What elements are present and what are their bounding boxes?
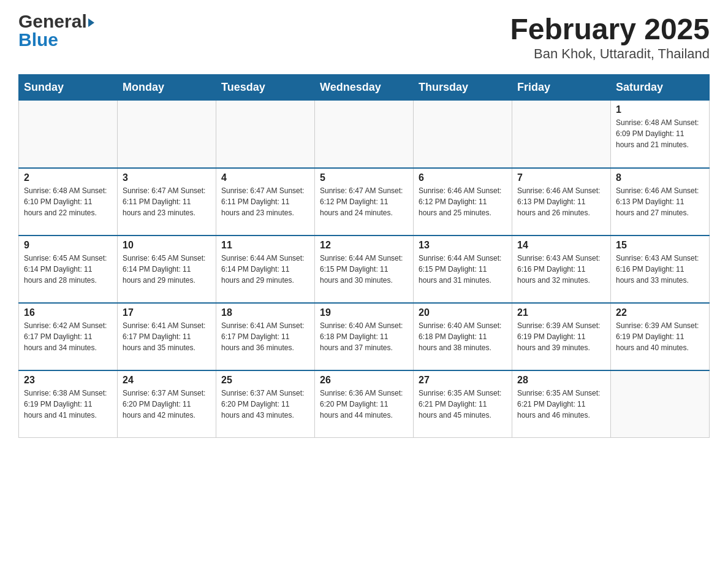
calendar-cell: 28Sunrise: 6:35 AM Sunset: 6:21 PM Dayli… — [512, 370, 611, 438]
day-info: Sunrise: 6:39 AM Sunset: 6:19 PM Dayligh… — [616, 320, 704, 353]
weekday-header-tuesday: Tuesday — [216, 75, 315, 101]
day-info: Sunrise: 6:47 AM Sunset: 6:12 PM Dayligh… — [320, 185, 408, 218]
day-number: 16 — [24, 307, 112, 318]
calendar-cell — [414, 101, 512, 168]
day-number: 27 — [419, 375, 507, 386]
day-info: Sunrise: 6:41 AM Sunset: 6:17 PM Dayligh… — [123, 320, 211, 353]
calendar-cell — [19, 101, 118, 168]
day-info: Sunrise: 6:36 AM Sunset: 6:20 PM Dayligh… — [320, 388, 408, 421]
calendar-cell: 3Sunrise: 6:47 AM Sunset: 6:11 PM Daylig… — [118, 168, 216, 236]
calendar-subtitle: Ban Khok, Uttaradit, Thailand — [510, 46, 710, 62]
day-info: Sunrise: 6:37 AM Sunset: 6:20 PM Dayligh… — [221, 388, 309, 421]
calendar-week-row: 23Sunrise: 6:38 AM Sunset: 6:19 PM Dayli… — [19, 370, 710, 438]
calendar-cell: 5Sunrise: 6:47 AM Sunset: 6:12 PM Daylig… — [315, 168, 414, 236]
day-info: Sunrise: 6:39 AM Sunset: 6:19 PM Dayligh… — [517, 320, 605, 353]
calendar-cell: 17Sunrise: 6:41 AM Sunset: 6:17 PM Dayli… — [118, 303, 216, 370]
logo-blue-text: Blue — [18, 29, 94, 50]
weekday-header-friday: Friday — [512, 75, 611, 101]
weekday-header-wednesday: Wednesday — [315, 75, 414, 101]
day-info: Sunrise: 6:48 AM Sunset: 6:10 PM Dayligh… — [24, 185, 112, 218]
day-number: 25 — [221, 375, 309, 386]
calendar-cell: 7Sunrise: 6:46 AM Sunset: 6:13 PM Daylig… — [512, 168, 611, 236]
day-info: Sunrise: 6:41 AM Sunset: 6:17 PM Dayligh… — [221, 320, 309, 353]
day-info: Sunrise: 6:40 AM Sunset: 6:18 PM Dayligh… — [320, 320, 408, 353]
calendar-title: February 2025 — [510, 12, 710, 46]
day-number: 3 — [123, 172, 211, 183]
weekday-header-monday: Monday — [118, 75, 216, 101]
calendar-cell: 19Sunrise: 6:40 AM Sunset: 6:18 PM Dayli… — [315, 303, 414, 370]
calendar-cell: 12Sunrise: 6:44 AM Sunset: 6:15 PM Dayli… — [315, 236, 414, 303]
day-info: Sunrise: 6:43 AM Sunset: 6:16 PM Dayligh… — [616, 253, 704, 286]
day-number: 10 — [123, 240, 211, 251]
calendar-week-row: 2Sunrise: 6:48 AM Sunset: 6:10 PM Daylig… — [19, 168, 710, 236]
day-info: Sunrise: 6:38 AM Sunset: 6:19 PM Dayligh… — [24, 388, 112, 421]
day-info: Sunrise: 6:44 AM Sunset: 6:15 PM Dayligh… — [419, 253, 507, 286]
logo-arrow-icon — [88, 18, 94, 27]
day-info: Sunrise: 6:45 AM Sunset: 6:14 PM Dayligh… — [24, 253, 112, 286]
day-number: 22 — [616, 307, 704, 318]
logo: General Blue — [18, 12, 94, 50]
day-info: Sunrise: 6:43 AM Sunset: 6:16 PM Dayligh… — [517, 253, 605, 286]
logo-general-text: General — [18, 12, 87, 31]
calendar-cell: 24Sunrise: 6:37 AM Sunset: 6:20 PM Dayli… — [118, 370, 216, 438]
calendar-cell: 9Sunrise: 6:45 AM Sunset: 6:14 PM Daylig… — [19, 236, 118, 303]
day-info: Sunrise: 6:48 AM Sunset: 6:09 PM Dayligh… — [616, 117, 704, 150]
calendar-week-row: 1Sunrise: 6:48 AM Sunset: 6:09 PM Daylig… — [19, 101, 710, 168]
day-number: 28 — [517, 375, 605, 386]
day-info: Sunrise: 6:44 AM Sunset: 6:15 PM Dayligh… — [320, 253, 408, 286]
calendar-cell: 25Sunrise: 6:37 AM Sunset: 6:20 PM Dayli… — [216, 370, 315, 438]
day-number: 5 — [320, 172, 408, 183]
calendar-cell: 11Sunrise: 6:44 AM Sunset: 6:14 PM Dayli… — [216, 236, 315, 303]
calendar-week-row: 9Sunrise: 6:45 AM Sunset: 6:14 PM Daylig… — [19, 236, 710, 303]
day-number: 13 — [419, 240, 507, 251]
calendar-cell: 26Sunrise: 6:36 AM Sunset: 6:20 PM Dayli… — [315, 370, 414, 438]
calendar-cell: 2Sunrise: 6:48 AM Sunset: 6:10 PM Daylig… — [19, 168, 118, 236]
day-info: Sunrise: 6:35 AM Sunset: 6:21 PM Dayligh… — [419, 388, 507, 421]
day-info: Sunrise: 6:45 AM Sunset: 6:14 PM Dayligh… — [123, 253, 211, 286]
weekday-header-saturday: Saturday — [611, 75, 710, 101]
calendar-cell: 1Sunrise: 6:48 AM Sunset: 6:09 PM Daylig… — [611, 101, 710, 168]
day-number: 26 — [320, 375, 408, 386]
calendar-cell: 27Sunrise: 6:35 AM Sunset: 6:21 PM Dayli… — [414, 370, 512, 438]
calendar-cell: 18Sunrise: 6:41 AM Sunset: 6:17 PM Dayli… — [216, 303, 315, 370]
day-number: 18 — [221, 307, 309, 318]
calendar-title-block: February 2025 Ban Khok, Uttaradit, Thail… — [510, 12, 710, 62]
calendar-cell: 16Sunrise: 6:42 AM Sunset: 6:17 PM Dayli… — [19, 303, 118, 370]
calendar-cell: 23Sunrise: 6:38 AM Sunset: 6:19 PM Dayli… — [19, 370, 118, 438]
calendar-cell — [512, 101, 611, 168]
calendar-cell: 22Sunrise: 6:39 AM Sunset: 6:19 PM Dayli… — [611, 303, 710, 370]
calendar-cell: 6Sunrise: 6:46 AM Sunset: 6:12 PM Daylig… — [414, 168, 512, 236]
day-number: 7 — [517, 172, 605, 183]
calendar-cell — [611, 370, 710, 438]
day-info: Sunrise: 6:42 AM Sunset: 6:17 PM Dayligh… — [24, 320, 112, 353]
day-info: Sunrise: 6:44 AM Sunset: 6:14 PM Dayligh… — [221, 253, 309, 286]
day-number: 23 — [24, 375, 112, 386]
day-info: Sunrise: 6:46 AM Sunset: 6:13 PM Dayligh… — [616, 185, 704, 218]
day-number: 14 — [517, 240, 605, 251]
calendar-cell — [118, 101, 216, 168]
calendar-cell — [216, 101, 315, 168]
calendar-week-row: 16Sunrise: 6:42 AM Sunset: 6:17 PM Dayli… — [19, 303, 710, 370]
calendar-cell: 13Sunrise: 6:44 AM Sunset: 6:15 PM Dayli… — [414, 236, 512, 303]
calendar-cell — [315, 101, 414, 168]
page-header: General Blue February 2025 Ban Khok, Utt… — [18, 12, 710, 62]
weekday-header-sunday: Sunday — [19, 75, 118, 101]
calendar-cell: 4Sunrise: 6:47 AM Sunset: 6:11 PM Daylig… — [216, 168, 315, 236]
day-info: Sunrise: 6:47 AM Sunset: 6:11 PM Dayligh… — [221, 185, 309, 218]
calendar-cell: 8Sunrise: 6:46 AM Sunset: 6:13 PM Daylig… — [611, 168, 710, 236]
calendar-cell: 14Sunrise: 6:43 AM Sunset: 6:16 PM Dayli… — [512, 236, 611, 303]
day-number: 15 — [616, 240, 704, 251]
day-number: 19 — [320, 307, 408, 318]
day-info: Sunrise: 6:35 AM Sunset: 6:21 PM Dayligh… — [517, 388, 605, 421]
calendar-cell: 20Sunrise: 6:40 AM Sunset: 6:18 PM Dayli… — [414, 303, 512, 370]
weekday-header-thursday: Thursday — [414, 75, 512, 101]
day-number: 24 — [123, 375, 211, 386]
day-number: 2 — [24, 172, 112, 183]
day-number: 11 — [221, 240, 309, 251]
day-number: 8 — [616, 172, 704, 183]
calendar-cell: 15Sunrise: 6:43 AM Sunset: 6:16 PM Dayli… — [611, 236, 710, 303]
calendar-table: SundayMondayTuesdayWednesdayThursdayFrid… — [18, 74, 710, 438]
day-info: Sunrise: 6:37 AM Sunset: 6:20 PM Dayligh… — [123, 388, 211, 421]
day-number: 1 — [616, 104, 704, 115]
calendar-cell: 21Sunrise: 6:39 AM Sunset: 6:19 PM Dayli… — [512, 303, 611, 370]
